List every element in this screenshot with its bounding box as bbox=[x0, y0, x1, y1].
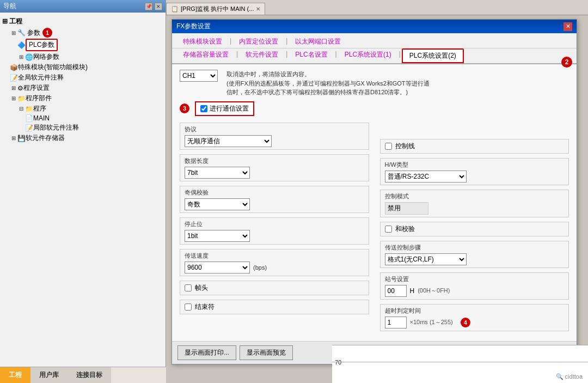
expand-icon: ⊞ bbox=[10, 29, 17, 37]
comm-checkbox[interactable] bbox=[200, 105, 207, 112]
protocol-select[interactable]: 无顺序通信 专用协议 N:N网络 bbox=[185, 135, 272, 147]
graph-line bbox=[332, 362, 588, 362]
sum-check-label: 和校验 bbox=[395, 224, 415, 234]
left-column: 协议 无顺序通信 专用协议 N:N网络 数据长度 bbox=[180, 123, 369, 336]
close-nav-button[interactable]: ✕ bbox=[155, 3, 162, 10]
tree-item-program[interactable]: ⊟ 📁 程序 bbox=[2, 104, 163, 114]
tree-item-network-params[interactable]: ⊞ 🌐 网络参数 bbox=[2, 52, 163, 62]
tab-connect[interactable]: 连接目标 bbox=[68, 367, 111, 383]
hw-type-group: H/W类型 普通/RS-232C RS-485/RS-422 bbox=[380, 158, 569, 185]
tree-item-local-dev[interactable]: 📝 局部软元件注释 bbox=[2, 123, 163, 133]
stop-bit-select[interactable]: 1bit 2bit bbox=[185, 230, 250, 242]
badge-4: 4 bbox=[461, 318, 470, 327]
tab-close-button[interactable]: ✕ bbox=[256, 6, 260, 12]
local-label: 局部软元件注释 bbox=[33, 123, 79, 132]
tab-project[interactable]: 工程 bbox=[0, 367, 30, 383]
transfer-control-select[interactable]: 格式1(无CR,LF) 格式2 bbox=[385, 253, 467, 265]
expand-program: ⊟ bbox=[17, 105, 25, 113]
parity-select[interactable]: 奇数 偶数 无 bbox=[185, 198, 250, 210]
header-label: 帧头 bbox=[195, 283, 208, 293]
parity-label: 奇偶校验 bbox=[185, 189, 364, 197]
nav-title-bar: 导航 📌 ✕ bbox=[0, 0, 166, 13]
baud-rate-select[interactable]: 9600 19200 38400 bbox=[185, 262, 250, 273]
program-label: 程序 bbox=[33, 104, 46, 113]
local-icon: 📝 bbox=[25, 124, 33, 132]
tree-item-plc-params[interactable]: 🔷 PLC参数 bbox=[2, 38, 163, 52]
tree-section: ⊞ 工程 ⊞ 🔧 参数 1 🔷 PLC参数 ⊞ 🌐 网络参数 📦 特殊模块(智能… bbox=[0, 13, 166, 145]
tab-storage-cap[interactable]: 存储器容量设置 bbox=[176, 48, 235, 63]
network-icon: 🌐 bbox=[25, 53, 33, 61]
protocol-group: 协议 无顺序通信 专用协议 N:N网络 bbox=[180, 123, 369, 150]
comm-checkbox-group: 进行通信设置 bbox=[195, 101, 254, 116]
data-length-select[interactable]: 7bit 8bit bbox=[185, 167, 250, 179]
main-area: 📋 [PRG]监视 执行中 MAIN (... ✕ FX参数设置 ✕ 2 特殊模… bbox=[166, 0, 588, 383]
tree-item-dev-storage[interactable]: ⊞ 💾 软元件存储器 bbox=[2, 133, 163, 143]
tree-item-prog-settings[interactable]: ⊞ ⚙ 程序设置 bbox=[2, 83, 163, 93]
global-label: 全局软元件注释 bbox=[18, 73, 64, 82]
graph-area: 70 🔍 cidttoa bbox=[332, 345, 588, 383]
tab-builtin-pos[interactable]: 内置定位设置 bbox=[232, 35, 285, 48]
ch1-desc: 取消选中时，将清除设置内容。 (使用FX用的选配插板等，并通过可编程控制器与GX… bbox=[226, 70, 433, 97]
control-line-checkbox[interactable] bbox=[385, 143, 392, 150]
expand-prog-parts: ⊞ bbox=[10, 95, 17, 102]
watermark: 🔍 cidttoa bbox=[556, 373, 583, 380]
fx-dialog: FX参数设置 ✕ 2 特殊模块设置 | 内置定位设置 | 以太网端口设置 存储器… bbox=[171, 19, 577, 364]
dialog-body: CH1 CH2 取消选中时，将清除设置内容。 (使用FX用的选配插板等，并通过可… bbox=[172, 64, 577, 341]
station-input[interactable] bbox=[385, 285, 407, 297]
main-label: MAIN bbox=[33, 114, 50, 122]
stop-bit-label: 停止位 bbox=[185, 220, 364, 228]
tree-item-global-dev[interactable]: 📝 全局软元件注释 bbox=[2, 72, 163, 83]
sum-check-group: 和校验 bbox=[380, 222, 569, 236]
data-length-label: 数据长度 bbox=[185, 157, 364, 165]
tree-item-prog-parts[interactable]: ⊞ 📁 程序部件 bbox=[2, 93, 163, 104]
preview-button[interactable]: 显示画面预览 bbox=[240, 345, 293, 360]
sum-check-checkbox[interactable] bbox=[385, 226, 392, 233]
tab-ethernet-port[interactable]: 以太网端口设置 bbox=[289, 35, 347, 48]
ch-select[interactable]: CH1 CH2 bbox=[180, 70, 218, 82]
timeout-input[interactable] bbox=[385, 317, 407, 329]
graph-y-label: 70 bbox=[335, 359, 341, 366]
ch1-row: CH1 CH2 取消选中时，将清除设置内容。 (使用FX用的选配插板等，并通过可… bbox=[180, 70, 569, 97]
protocol-label: 协议 bbox=[185, 125, 364, 133]
header-checkbox[interactable] bbox=[185, 284, 192, 291]
comm-checkbox-label-text: 进行通信设置 bbox=[210, 104, 249, 113]
print-button[interactable]: 显示画面打印... bbox=[177, 345, 236, 360]
hw-type-select[interactable]: 普通/RS-232C RS-485/RS-422 bbox=[385, 171, 467, 183]
dialog-close-button[interactable]: ✕ bbox=[564, 22, 572, 31]
expand-prog: ⊞ bbox=[10, 84, 17, 92]
comm-checkbox-row: 3 进行通信设置 bbox=[180, 101, 569, 116]
badge-1: 1 bbox=[42, 28, 52, 38]
timeout-unit: ×10ms (1～255) bbox=[410, 318, 453, 326]
tab-soft-dev[interactable]: 软元件设置 bbox=[239, 48, 285, 63]
tree-item-params[interactable]: ⊞ 🔧 参数 1 bbox=[2, 27, 163, 38]
fx-dialog-title: FX参数设置 ✕ bbox=[172, 20, 577, 33]
tab-label: [PRG]监视 执行中 MAIN (... bbox=[181, 5, 254, 13]
dialog-title-label: FX参数设置 bbox=[176, 22, 211, 31]
main-icon: 📄 bbox=[25, 114, 33, 122]
expand-dev: ⊞ bbox=[10, 135, 17, 142]
nav-title: 导航 bbox=[3, 2, 16, 11]
tab-plc-sys2[interactable]: PLC系统设置(2) bbox=[402, 48, 464, 63]
tab-plc-sys1[interactable]: PLC系统设置(1) bbox=[338, 48, 398, 63]
pin-button[interactable]: 📌 bbox=[145, 3, 152, 10]
terminator-checkbox[interactable] bbox=[185, 303, 192, 311]
stop-bit-group: 停止位 1bit 2bit bbox=[180, 217, 369, 245]
plc-params-label: PLC参数 bbox=[26, 39, 58, 51]
control-mode-value: 禁用 bbox=[385, 202, 428, 215]
right-column: 控制线 H/W类型 普通/RS-232C RS-485/RS-422 bbox=[380, 123, 569, 336]
tree-item-main[interactable]: 📄 MAIN bbox=[2, 114, 163, 123]
left-panel: 导航 📌 ✕ ⊞ 工程 ⊞ 🔧 参数 1 🔷 PLC参数 ⊞ 🌐 网络参数 📦 bbox=[0, 0, 166, 383]
main-tab-prg[interactable]: 📋 [PRG]监视 执行中 MAIN (... ✕ bbox=[166, 3, 265, 15]
tree-item-special[interactable]: 📦 特殊模块(智能功能模块) bbox=[2, 62, 163, 72]
dev-icon: 💾 bbox=[17, 135, 26, 142]
prog-set-icon: ⚙ bbox=[17, 84, 23, 92]
station-h: H bbox=[410, 287, 415, 295]
baud-unit: (bps) bbox=[253, 264, 267, 271]
tab-user-lib[interactable]: 用户库 bbox=[30, 367, 68, 383]
tab-plc-name[interactable]: PLC名设置 bbox=[289, 48, 334, 63]
tab-special-module[interactable]: 特殊模块设置 bbox=[176, 35, 229, 48]
content-columns: 协议 无顺序通信 专用协议 N:N网络 数据长度 bbox=[180, 123, 569, 336]
ch-select-group: CH1 CH2 bbox=[180, 70, 218, 82]
badge-3: 3 bbox=[180, 104, 189, 113]
prog-parts-icon: 📁 bbox=[17, 95, 26, 102]
